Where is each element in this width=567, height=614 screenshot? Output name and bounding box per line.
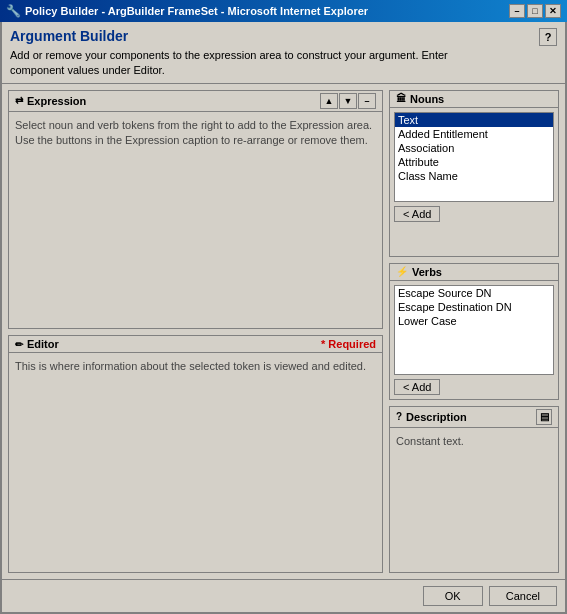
verbs-header-left: ⚡ Verbs	[396, 266, 442, 278]
right-column: 🏛 Nouns Text Added Entitlement Associati…	[389, 90, 559, 573]
title-bar-left: 🔧 Policy Builder - ArgBuilder FrameSet -…	[6, 4, 368, 18]
description-header-icons: ▤	[536, 409, 552, 425]
ok-button[interactable]: OK	[423, 586, 483, 606]
nouns-body: Text Added Entitlement Association Attri…	[390, 108, 558, 226]
content-area: ⇄ Expression ▲ ▼ – Select noun and verb …	[2, 84, 565, 579]
title-bar-controls: – □ ✕	[509, 4, 561, 18]
description-panel-header: ? Description ▤	[390, 407, 558, 428]
expression-body: Select noun and verb tokens from the rig…	[9, 112, 382, 155]
nouns-label: Nouns	[410, 93, 444, 105]
expression-icon: ⇄	[15, 95, 23, 106]
list-item[interactable]: Association	[395, 141, 553, 155]
verbs-list[interactable]: Escape Source DN Escape Destination DN L…	[394, 285, 554, 375]
editor-header-left: ✏ Editor	[15, 338, 59, 350]
list-item[interactable]: Lower Case	[395, 314, 553, 328]
help-button[interactable]: ?	[539, 28, 557, 46]
expression-panel: ⇄ Expression ▲ ▼ – Select noun and verb …	[8, 90, 383, 330]
expression-label: Expression	[27, 95, 86, 107]
description-body: Constant text.	[390, 428, 558, 455]
expression-controls: ▲ ▼ –	[320, 93, 376, 109]
minimize-button[interactable]: –	[509, 4, 525, 18]
list-item[interactable]: Escape Source DN	[395, 286, 553, 300]
editor-body: This is where information about the sele…	[9, 353, 382, 380]
description-help-icon[interactable]: ▤	[536, 409, 552, 425]
nouns-header-left: 🏛 Nouns	[396, 93, 444, 105]
bottom-bar: OK Cancel	[2, 579, 565, 612]
list-item[interactable]: Escape Destination DN	[395, 300, 553, 314]
header-content: Argument Builder Add or remove your comp…	[10, 28, 490, 79]
description-icon: ?	[396, 411, 402, 422]
verbs-panel: ⚡ Verbs Escape Source DN Escape Destinat…	[389, 263, 559, 400]
nouns-add-button[interactable]: < Add	[394, 206, 440, 222]
description-label: Description	[406, 411, 467, 423]
nouns-icon: 🏛	[396, 93, 406, 104]
verbs-panel-header: ⚡ Verbs	[390, 264, 558, 281]
description-header-left: ? Description	[396, 411, 467, 423]
editor-icon: ✏	[15, 339, 23, 350]
list-item[interactable]: Text	[395, 113, 553, 127]
expression-down-button[interactable]: ▼	[339, 93, 357, 109]
title-bar-text: Policy Builder - ArgBuilder FrameSet - M…	[25, 5, 368, 17]
description-content: Constant text.	[396, 435, 464, 447]
expression-remove-button[interactable]: –	[358, 93, 376, 109]
header-title: Argument Builder	[10, 28, 490, 44]
editor-label: Editor	[27, 338, 59, 350]
nouns-panel: 🏛 Nouns Text Added Entitlement Associati…	[389, 90, 559, 257]
list-item[interactable]: Added Entitlement	[395, 127, 553, 141]
title-bar: 🔧 Policy Builder - ArgBuilder FrameSet -…	[0, 0, 567, 22]
nouns-panel-header: 🏛 Nouns	[390, 91, 558, 108]
expression-header-left: ⇄ Expression	[15, 95, 86, 107]
verbs-label: Verbs	[412, 266, 442, 278]
lower-section: ✏ Editor * Required This is where inform…	[8, 335, 383, 573]
expression-description: Select noun and verb tokens from the rig…	[15, 119, 372, 146]
list-item[interactable]: Class Name	[395, 169, 553, 183]
cancel-button[interactable]: Cancel	[489, 586, 557, 606]
editor-panel-header: ✏ Editor * Required	[9, 336, 382, 353]
list-item[interactable]: Attribute	[395, 155, 553, 169]
header-description: Add or remove your components to the exp…	[10, 48, 490, 79]
required-indicator: * Required	[321, 338, 376, 350]
verbs-icon: ⚡	[396, 266, 408, 277]
expression-panel-header: ⇄ Expression ▲ ▼ –	[9, 91, 382, 112]
title-bar-icon: 🔧	[6, 4, 21, 18]
main-window: Argument Builder Add or remove your comp…	[0, 22, 567, 614]
nouns-list[interactable]: Text Added Entitlement Association Attri…	[394, 112, 554, 202]
close-button[interactable]: ✕	[545, 4, 561, 18]
left-column: ⇄ Expression ▲ ▼ – Select noun and verb …	[8, 90, 383, 573]
editor-description: This is where information about the sele…	[15, 360, 366, 372]
verbs-body: Escape Source DN Escape Destination DN L…	[390, 281, 558, 399]
verbs-add-button[interactable]: < Add	[394, 379, 440, 395]
description-panel: ? Description ▤ Constant text.	[389, 406, 559, 573]
expression-up-button[interactable]: ▲	[320, 93, 338, 109]
editor-panel: ✏ Editor * Required This is where inform…	[8, 335, 383, 573]
header-section: Argument Builder Add or remove your comp…	[2, 22, 565, 84]
maximize-button[interactable]: □	[527, 4, 543, 18]
